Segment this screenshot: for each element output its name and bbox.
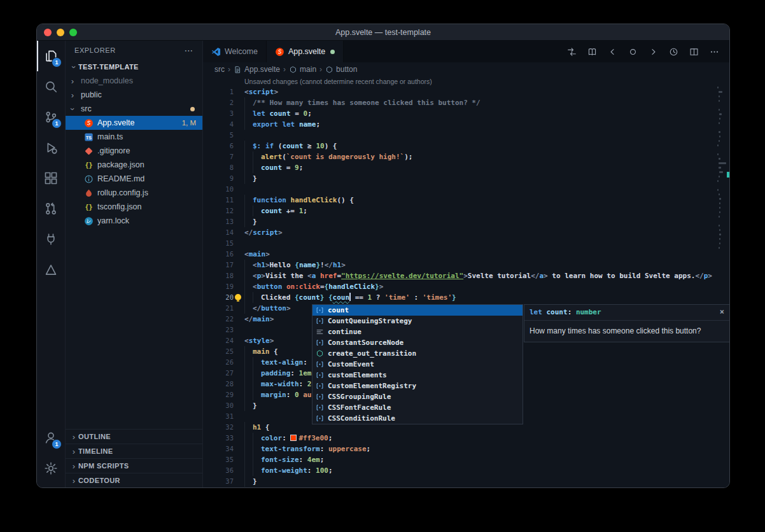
- activity-explorer[interactable]: 1: [37, 41, 65, 71]
- line-number[interactable]: 37: [203, 476, 234, 487]
- minimize-window-button[interactable]: [57, 29, 64, 36]
- activity-run-and-debug[interactable]: [37, 132, 65, 163]
- file-yarn-lock[interactable]: yarn.lock: [66, 214, 202, 228]
- code-line[interactable]: 7alert(`count is dangerously high!`);: [203, 151, 729, 162]
- line-number[interactable]: 12: [203, 206, 234, 216]
- section-outline[interactable]: ›OUTLINE: [66, 429, 202, 444]
- lightbulb-icon[interactable]: [235, 294, 241, 300]
- breadcrumb-button[interactable]: button: [325, 65, 357, 74]
- file-readme-md[interactable]: README.md: [66, 172, 202, 186]
- activity-search[interactable]: [37, 71, 65, 102]
- code-line[interactable]: 4export let name;: [203, 119, 729, 130]
- line-number[interactable]: 14: [203, 227, 234, 238]
- code-line[interactable]: 13}: [203, 216, 729, 227]
- line-number[interactable]: 35: [203, 454, 234, 465]
- breadcrumb-src[interactable]: src: [214, 65, 225, 74]
- folder-node-modules[interactable]: ›node_modules: [66, 74, 202, 88]
- code-line[interactable]: 35font-size: 4em;: [203, 454, 729, 465]
- breadcrumb-main[interactable]: main: [289, 65, 316, 74]
- code-line[interactable]: 2/** How many times has someone clicked …: [203, 97, 729, 108]
- activity-remote-explorer[interactable]: [37, 224, 65, 255]
- next-change-icon[interactable]: [649, 47, 658, 57]
- file-rollup-config-js[interactable]: rollup.config.js: [66, 186, 202, 200]
- code-line[interactable]: 8count = 9;: [203, 162, 729, 173]
- file-tsconfig-json[interactable]: {}tsconfig.json: [66, 200, 202, 214]
- code-line[interactable]: 3let count = 0;: [203, 108, 729, 119]
- file-gitignore[interactable]: .gitignore: [66, 144, 202, 158]
- timeline-icon[interactable]: [669, 47, 678, 57]
- line-number[interactable]: 15: [203, 238, 234, 249]
- zoom-window-button[interactable]: [69, 29, 77, 36]
- line-number[interactable]: 26: [203, 357, 234, 368]
- section-timeline[interactable]: ›TIMELINE: [66, 444, 202, 458]
- more-actions-icon[interactable]: [710, 47, 719, 57]
- line-number[interactable]: 1: [203, 87, 234, 97]
- line-number[interactable]: 9: [203, 173, 234, 184]
- dirty-indicator[interactable]: [330, 50, 335, 54]
- file-app-svelte[interactable]: App.svelte1, M: [66, 116, 202, 130]
- open-changes-icon[interactable]: [567, 47, 577, 57]
- line-number[interactable]: 22: [203, 314, 234, 325]
- code-line[interactable]: 33color: #ff3e00;: [203, 433, 729, 444]
- line-number[interactable]: 32: [203, 422, 234, 433]
- suggestion-create-out-transition[interactable]: create_out_transition: [312, 348, 523, 359]
- code-line[interactable]: 1<script>: [203, 87, 729, 97]
- suggestion-customevent[interactable]: CustomEvent: [312, 359, 523, 370]
- code-line[interactable]: 34text-transform: uppercase;: [203, 444, 729, 454]
- activity-settings[interactable]: [37, 453, 65, 484]
- open-preview-icon[interactable]: [587, 47, 597, 57]
- activity-extensions[interactable]: [37, 163, 65, 193]
- annotation-toggle-icon[interactable]: [628, 47, 638, 57]
- close-window-button[interactable]: [44, 29, 52, 36]
- code-line[interactable]: 17<h1>Hello {name}!</h1>: [203, 260, 729, 270]
- close-icon[interactable]: ×: [720, 308, 724, 316]
- line-number[interactable]: 24: [203, 335, 234, 346]
- line-number[interactable]: 31: [203, 411, 234, 422]
- code-line[interactable]: 14</script>: [203, 227, 729, 238]
- activity-azure[interactable]: [37, 255, 65, 285]
- code-line[interactable]: 18<p>Visit the <a href="https://svelte.d…: [203, 270, 729, 281]
- line-number[interactable]: 11: [203, 195, 234, 206]
- tab-welcome[interactable]: Welcome: [203, 41, 267, 62]
- file-package-json[interactable]: {}package.json: [66, 158, 202, 172]
- line-number[interactable]: 6: [203, 141, 234, 151]
- code-line[interactable]: 5: [203, 130, 729, 141]
- tab-app-svelte[interactable]: App.svelte: [267, 41, 344, 62]
- line-number[interactable]: 21: [203, 303, 234, 314]
- line-number[interactable]: 30: [203, 400, 234, 411]
- line-number[interactable]: 36: [203, 465, 234, 476]
- line-number[interactable]: 13: [203, 216, 234, 227]
- line-number[interactable]: 23: [203, 325, 234, 335]
- line-number[interactable]: 16: [203, 249, 234, 260]
- suggestion-customelements[interactable]: customElements: [312, 370, 523, 381]
- suggestion-customelementregistry[interactable]: CustomElementRegistry: [312, 381, 523, 391]
- code-line[interactable]: 20Clicked {count} {coun == 1 ? 'time' : …: [203, 292, 729, 303]
- line-number[interactable]: 33: [203, 433, 234, 444]
- code-line[interactable]: 9}: [203, 173, 729, 184]
- suggestion-count[interactable]: count: [312, 305, 523, 316]
- code-editor[interactable]: Unsaved changes (cannot determine recent…: [203, 76, 729, 487]
- code-line[interactable]: 19<button on:click={handleClick}>: [203, 281, 729, 292]
- line-number[interactable]: 25: [203, 346, 234, 357]
- previous-change-icon[interactable]: [608, 47, 617, 57]
- suggestion-cssfontfacerule[interactable]: CSSFontFaceRule: [312, 402, 523, 413]
- code-line[interactable]: 15: [203, 238, 729, 249]
- suggestion-cssgroupingrule[interactable]: CSSGroupingRule: [312, 391, 523, 402]
- breadcrumb-app-svelte[interactable]: App.svelte: [234, 65, 280, 74]
- line-number[interactable]: 29: [203, 389, 234, 400]
- code-line[interactable]: 10: [203, 184, 729, 195]
- split-editor-icon[interactable]: [689, 47, 699, 57]
- file-main-ts[interactable]: TSmain.ts: [66, 130, 202, 144]
- code-line[interactable]: 37}: [203, 476, 729, 487]
- minimap[interactable]: [717, 76, 726, 487]
- section-codetour[interactable]: ›CODETOUR: [66, 473, 202, 487]
- folder-src[interactable]: ›src: [66, 102, 202, 116]
- code-line[interactable]: 16<main>: [203, 249, 729, 260]
- line-number[interactable]: 10: [203, 184, 234, 195]
- code-line[interactable]: 36font-weight: 100;: [203, 465, 729, 476]
- line-number[interactable]: 20: [203, 292, 234, 303]
- suggestion-constantsourcenode[interactable]: ConstantSourceNode: [312, 337, 523, 348]
- line-number[interactable]: 4: [203, 119, 234, 130]
- line-number[interactable]: 18: [203, 270, 234, 281]
- line-number[interactable]: 34: [203, 444, 234, 454]
